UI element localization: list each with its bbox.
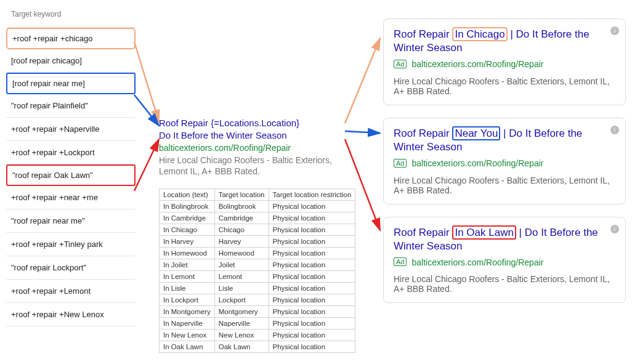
table-cell: In Lemont: [160, 270, 215, 282]
table-row: In LemontLemontPhysical location: [160, 270, 355, 282]
ad-badge: Ad: [394, 159, 407, 168]
table-cell: Bolingbrook: [214, 200, 269, 212]
keyword-column: Target keyword +roof +repair +chicago[ro…: [6, 6, 136, 326]
table-cell: In Montgomery: [160, 305, 215, 317]
table-cell: Lisle: [214, 282, 269, 294]
table-cell: Physical location: [269, 224, 355, 235]
table-cell: New Lenox: [214, 329, 269, 341]
keyword-item[interactable]: +roof +repair +chicago: [6, 28, 136, 49]
ad-template-title2: Do It Before the Winter Season: [159, 129, 344, 142]
table-header: Location (text): [160, 188, 215, 200]
ad-meta: Adbalticexteriors.com/Roofing/Repair: [394, 257, 615, 267]
ad-display-url[interactable]: balticexteriors.com/Roofing/Repair: [411, 158, 543, 168]
arrow-blue-left: [134, 95, 159, 126]
table-cell: In Harvey: [160, 235, 215, 247]
table-cell: Montgomery: [214, 305, 269, 317]
table-header: Target location: [214, 188, 269, 200]
ad-description: Hire Local Chicago Roofers - Baltic Exte…: [394, 274, 615, 294]
arrow-orange-right: [345, 38, 380, 123]
table-cell: Harvey: [214, 235, 269, 247]
ad-meta: Adbalticexteriors.com/Roofing/Repair: [394, 158, 615, 168]
table-cell: Physical location: [269, 200, 355, 212]
table-cell: In Oak Lawn: [160, 341, 215, 352]
keyword-item[interactable]: +roof +repair +Tinley park: [6, 233, 136, 256]
ad-display-url[interactable]: balticexteriors.com/Roofing/Repair: [411, 59, 543, 69]
table-cell: Lemont: [214, 270, 269, 282]
ad-title-highlight: In Oak Lawn: [452, 225, 516, 240]
keyword-list: +roof +repair +chicago[roof repair chica…: [6, 27, 136, 326]
table-header: Target location restriction: [269, 188, 355, 200]
ad-title[interactable]: Roof Repair In Chicago | Do It Before th…: [394, 28, 615, 55]
table-cell: Physical location: [269, 270, 355, 282]
table-cell: In Lisle: [160, 282, 215, 294]
keyword-item[interactable]: "roof repair Plainfield": [6, 94, 136, 118]
keyword-item[interactable]: +roof +repair +New Lenox: [6, 303, 136, 326]
table-cell: Homewood: [214, 247, 269, 259]
arrow-blue-right: [345, 131, 380, 133]
keyword-item[interactable]: +roof +repair +Lemont: [6, 280, 136, 303]
table-cell: Joilet: [214, 259, 269, 270]
table-row: In BolingbrookBolingbrookPhysical locati…: [160, 200, 355, 212]
ad-meta: Adbalticexteriors.com/Roofing/Repair: [394, 59, 615, 69]
table-cell: Physical location: [269, 329, 355, 341]
table-cell: Physical location: [269, 305, 355, 317]
keyword-item[interactable]: +roof +repair +near +me: [6, 186, 136, 209]
keyword-item[interactable]: "roof repair near me": [6, 209, 136, 233]
ad-display-url[interactable]: balticexteriors.com/Roofing/Repair: [411, 257, 543, 267]
info-icon[interactable]: i: [610, 26, 619, 35]
arrow-orange-left: [134, 42, 159, 122]
ad-template-title1: Roof Repair {=Locations.Location}: [159, 117, 344, 129]
ad-description: Hire Local Chicago Roofers - Baltic Exte…: [394, 176, 615, 195]
table-cell: Physical location: [269, 282, 355, 294]
table-cell: Naperville: [214, 317, 269, 329]
table-row: In CambridgeCambridgePhysical location: [160, 212, 355, 224]
info-icon[interactable]: i: [610, 225, 619, 233]
table-row: In NapervilleNapervillePhysical location: [160, 317, 355, 329]
location-table: Location (text)Target locationTarget loc…: [159, 188, 355, 353]
keyword-item[interactable]: +roof +repair +Lockport: [6, 141, 136, 164]
table-cell: Chicago: [214, 224, 269, 235]
table-cell: Physical location: [269, 259, 355, 270]
ad-badge: Ad: [394, 257, 407, 266]
table-cell: In Cambridge: [160, 212, 215, 224]
table-cell: In Chicago: [160, 224, 215, 235]
table-row: In LisleLislePhysical location: [160, 282, 355, 294]
table-row: In HomewoodHomewoodPhysical location: [160, 247, 355, 259]
keyword-item[interactable]: "roof repair Lockport": [6, 256, 136, 280]
ad-card: iRoof Repair Near You | Do It Before the…: [383, 118, 626, 204]
ad-title-highlight: Near You: [452, 126, 500, 140]
table-cell: In Lockport: [160, 294, 215, 305]
ads-column: iRoof Repair In Chicago | Do It Before t…: [383, 18, 626, 315]
center-column: Roof Repair {=Locations.Location} Do It …: [159, 117, 344, 353]
table-cell: In Naperville: [160, 317, 215, 329]
ad-title[interactable]: Roof Repair Near You | Do It Before the …: [394, 127, 615, 154]
ad-title[interactable]: Roof Repair In Oak Lawn | Do It Before t…: [394, 226, 615, 253]
table-row: In MontgomeryMontgomeryPhysical location: [160, 305, 355, 317]
table-cell: Physical location: [269, 235, 355, 247]
table-row: In New LenoxNew LenoxPhysical location: [160, 329, 355, 341]
ad-badge: Ad: [394, 60, 407, 68]
keyword-item[interactable]: +roof +repair +Naperville: [6, 118, 136, 141]
keyword-item[interactable]: "roof repair Oak Lawn": [6, 164, 136, 186]
table-cell: In New Lenox: [160, 329, 215, 341]
table-row: In Oak LawnOak LawnPhysical location: [160, 341, 355, 352]
table-cell: Oak Lawn: [214, 341, 269, 352]
info-icon[interactable]: i: [610, 126, 619, 134]
keyword-header: Target keyword: [6, 6, 136, 27]
table-cell: In Bolingbrook: [160, 200, 215, 212]
table-row: In JoiletJoiletPhysical location: [160, 259, 355, 270]
arrow-red-left: [134, 139, 159, 191]
table-cell: Physical location: [269, 294, 355, 305]
table-row: In HarveyHarveyPhysical location: [160, 235, 355, 247]
ad-card: iRoof Repair In Chicago | Do It Before t…: [383, 18, 626, 105]
table-cell: Physical location: [269, 341, 355, 352]
table-row: In ChicagoChicagoPhysical location: [160, 224, 355, 235]
table-row: In LockportLockportPhysical location: [160, 294, 355, 305]
table-cell: In Joilet: [160, 259, 215, 270]
table-cell: Physical location: [269, 317, 355, 329]
table-cell: Physical location: [269, 212, 355, 224]
keyword-item[interactable]: [roof repair near me]: [6, 73, 136, 94]
keyword-item[interactable]: [roof repair chicago]: [6, 49, 136, 73]
ad-template-url: balticexteriors.com/Roofing/Repair: [159, 142, 344, 153]
table-cell: In Homewood: [160, 247, 215, 259]
